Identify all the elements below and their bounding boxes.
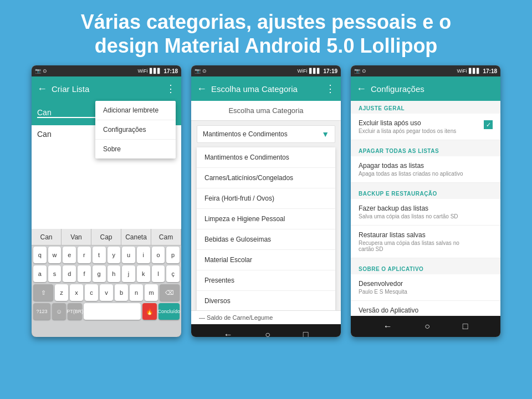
phones-container: 📷 ⊙ WiFi ▋▋▋ 17:18 ← Criar Lista ⋮ 🔍 bbox=[0, 65, 532, 337]
header-text: Várias categorias, ajustes pessoais e o … bbox=[0, 0, 532, 65]
key-delete[interactable]: ⌫ bbox=[160, 284, 180, 301]
key-y[interactable]: y bbox=[108, 247, 121, 263]
settings-content: AJUSTE GERAL Excluir lista após uso Excl… bbox=[351, 101, 500, 316]
app-bar-title-1: Criar Lista bbox=[52, 84, 89, 94]
key-language[interactable]: PT(BR) bbox=[68, 303, 82, 320]
key-x[interactable]: x bbox=[70, 284, 83, 301]
suggestion-caneta[interactable]: Caneta bbox=[121, 229, 151, 245]
key-u[interactable]: u bbox=[122, 247, 135, 263]
key-z[interactable]: z bbox=[55, 284, 68, 301]
chevron-down-icon: ▼ bbox=[321, 130, 329, 139]
list-item[interactable]: Carnes/Laticínios/Congelados bbox=[197, 168, 335, 188]
key-h[interactable]: h bbox=[108, 265, 121, 282]
section-header-ajuste: AJUSTE GERAL bbox=[351, 101, 500, 114]
list-item[interactable]: Mantimentos e Condimentos bbox=[197, 147, 335, 168]
key-r[interactable]: r bbox=[78, 247, 91, 263]
keyboard-row-bottom: ?123 ☺ PT(BR) 🔥 Concluído bbox=[32, 302, 181, 321]
settings-item-versao[interactable]: Versão do Aplicativo Versão 2.00.01 bbox=[351, 301, 500, 316]
key-fire[interactable]: 🔥 bbox=[142, 303, 157, 320]
suggestion-cam[interactable]: Cam bbox=[151, 229, 181, 245]
input-display-text: Can bbox=[37, 130, 52, 139]
phone-categoria: 📷 ⊙ WiFi ▋▋▋ 17:19 ← Escolha uma Categor… bbox=[191, 65, 341, 337]
key-e[interactable]: e bbox=[63, 247, 76, 263]
home-nav-icon-2[interactable]: ○ bbox=[265, 330, 270, 337]
key-n[interactable]: n bbox=[130, 284, 143, 301]
keyboard-row-2: a s d f g h j k l ç bbox=[32, 264, 181, 283]
key-done[interactable]: Concluído bbox=[158, 303, 180, 320]
notification-icon-2: 📷 bbox=[195, 68, 201, 74]
settings-title: Apagar todas as listas bbox=[359, 162, 463, 170]
key-b[interactable]: b bbox=[115, 284, 128, 301]
phone-configuracoes: 📷 ⊙ WiFi ▋▋▋ 17:18 ← Configurações AJUST… bbox=[351, 65, 500, 337]
key-k[interactable]: k bbox=[137, 265, 150, 282]
signal-icon-2: ▋▋▋ bbox=[309, 68, 321, 74]
key-c[interactable]: c bbox=[85, 284, 98, 301]
key-i[interactable]: i bbox=[137, 247, 150, 263]
suggestion-cap[interactable]: Cap bbox=[91, 229, 121, 245]
wifi-icon-2: WiFi bbox=[297, 68, 307, 74]
key-shift[interactable]: ⇧ bbox=[33, 284, 53, 301]
key-w[interactable]: w bbox=[48, 247, 62, 263]
key-space[interactable] bbox=[84, 303, 141, 320]
key-m[interactable]: m bbox=[145, 284, 158, 301]
list-item[interactable]: Feira (Horti-fruti / Ovos) bbox=[197, 188, 335, 209]
menu-item-sobre[interactable]: Sobre bbox=[95, 140, 176, 158]
key-t[interactable]: t bbox=[93, 247, 106, 263]
home-nav-icon-3[interactable]: ○ bbox=[424, 321, 430, 331]
key-symbols[interactable]: ?123 bbox=[33, 303, 50, 320]
back-nav-icon-3[interactable]: ← bbox=[383, 321, 392, 331]
suggestion-can[interactable]: Can bbox=[32, 229, 62, 245]
nav-bar-3: ← ○ □ bbox=[351, 316, 500, 337]
wifi-icon-3: WiFi bbox=[457, 68, 467, 74]
list-item[interactable]: Presentes bbox=[197, 270, 335, 291]
list-item[interactable]: Bebidas e Guloseimas bbox=[197, 229, 335, 250]
back-arrow-3[interactable]: ← bbox=[356, 83, 366, 95]
menu-item-lembrete[interactable]: Adicionar lembrete bbox=[95, 101, 176, 120]
status-bar-1: 📷 ⊙ WiFi ▋▋▋ 17:18 bbox=[32, 65, 181, 76]
recents-nav-icon-2[interactable]: □ bbox=[303, 330, 309, 337]
key-o[interactable]: o bbox=[152, 247, 165, 263]
nav-bar-2: ← ○ □ bbox=[191, 324, 341, 337]
category-list: Mantimentos e Condimentos Carnes/Laticín… bbox=[197, 147, 335, 310]
key-c-cedilla[interactable]: ç bbox=[166, 265, 180, 282]
key-s[interactable]: s bbox=[48, 265, 62, 282]
key-f[interactable]: f bbox=[78, 265, 91, 282]
section-header-apagar: APAGAR TODAS AS LISTAS bbox=[351, 144, 500, 156]
section-header-sobre: SOBRE O APLICATIVO bbox=[351, 262, 500, 274]
key-d[interactable]: d bbox=[63, 265, 76, 282]
list-item[interactable]: Material Escolar bbox=[197, 250, 335, 270]
status-time-2: 17:19 bbox=[323, 68, 337, 74]
back-arrow-1[interactable]: ← bbox=[37, 83, 47, 95]
key-a[interactable]: a bbox=[33, 265, 47, 282]
more-options-icon[interactable]: ⋮ bbox=[166, 83, 176, 95]
more-options-icon-2[interactable]: ⋮ bbox=[325, 83, 335, 95]
settings-subtitle: Salva uma cópia das listas no cartão SD bbox=[359, 213, 458, 219]
phone-criar-lista: 📷 ⊙ WiFi ▋▋▋ 17:18 ← Criar Lista ⋮ 🔍 bbox=[32, 65, 181, 337]
settings-item-excluir[interactable]: Excluir lista após uso Excluir a lista a… bbox=[351, 114, 500, 140]
recents-nav-icon-3[interactable]: □ bbox=[463, 321, 468, 331]
key-l[interactable]: l bbox=[152, 265, 165, 282]
back-nav-icon-2[interactable]: ← bbox=[224, 330, 233, 337]
suggestion-van[interactable]: Van bbox=[62, 229, 91, 245]
settings-item-apagar[interactable]: Apagar todas as listas Apaga todas as li… bbox=[351, 156, 500, 183]
settings-item-restaurar[interactable]: Restaurar listas salvas Recupera uma cóp… bbox=[351, 226, 500, 258]
list-item[interactable]: Limpeza e Higiene Pessoal bbox=[197, 209, 335, 229]
menu-item-configuracoes[interactable]: Configurações bbox=[95, 120, 176, 140]
key-emoji[interactable]: ☺ bbox=[52, 303, 66, 320]
category-dropdown[interactable]: Mantimentos e Condimentos ▼ bbox=[197, 125, 335, 143]
settings-title: Excluir lista após uso bbox=[359, 119, 456, 127]
key-q[interactable]: q bbox=[33, 247, 47, 263]
alarm-icon-2: ⊙ bbox=[202, 68, 207, 74]
wifi-icon: WiFi bbox=[137, 68, 147, 74]
alarm-icon: ⊙ bbox=[43, 68, 47, 74]
checkbox-excluir[interactable]: ✓ bbox=[484, 120, 493, 129]
settings-item-backup[interactable]: Fazer backup das listas Salva uma cópia … bbox=[351, 199, 500, 226]
key-v[interactable]: v bbox=[100, 284, 113, 301]
list-item[interactable]: Diversos bbox=[197, 291, 335, 310]
settings-item-desenvolvedor[interactable]: Desenvolvedor Paulo E S Mesquita bbox=[351, 274, 500, 301]
back-arrow-2[interactable]: ← bbox=[197, 83, 207, 95]
key-g[interactable]: g bbox=[93, 265, 106, 282]
key-j[interactable]: j bbox=[122, 265, 135, 282]
key-p[interactable]: p bbox=[166, 247, 180, 263]
partial-item: — Saldo de Carne/Legume bbox=[191, 310, 341, 324]
